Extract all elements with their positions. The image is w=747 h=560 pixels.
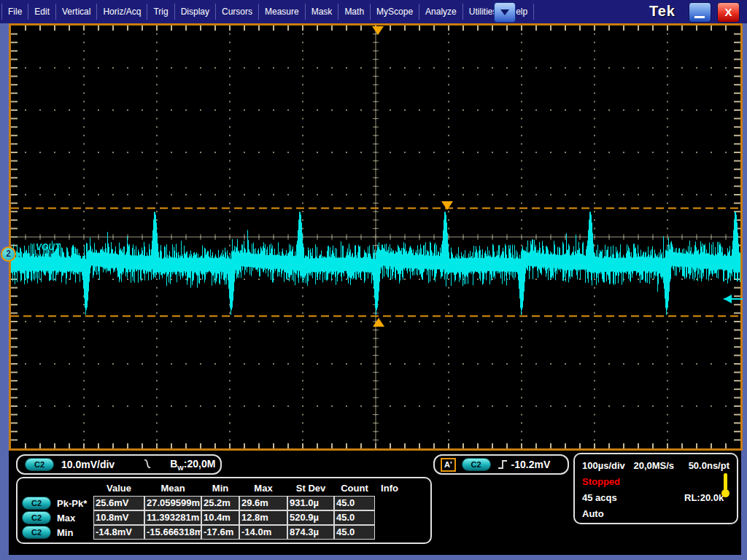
measurement-cell: 11.393281m <box>144 510 201 525</box>
measurement-cell: 874.3µ <box>287 525 334 540</box>
measurement-cell: 25.2m <box>201 496 239 510</box>
table-header-blank <box>22 481 93 496</box>
graticule-canvas <box>11 26 740 448</box>
temperature-icon <box>721 473 729 498</box>
menu-item-measure[interactable]: Measure <box>259 4 306 20</box>
max-annotation-marker <box>441 201 453 210</box>
menu-item-vertical[interactable]: Vertical <box>56 4 97 20</box>
coupling-squiggle-icon <box>142 458 152 471</box>
trigger-readout[interactable]: A' C2 -10.2mV <box>433 454 569 475</box>
measurement-cell <box>375 496 404 510</box>
acquisition-readout[interactable]: 100µs/div 20,0MS/s 50.0ns/pt Stopped 45 … <box>573 453 738 524</box>
arrow-left-icon <box>724 295 732 303</box>
menu-item-mask[interactable]: Mask <box>306 4 339 20</box>
acquisition-count: 45 acqs <box>582 492 617 503</box>
table-header-min: Min <box>201 481 239 496</box>
measurement-row-label: C2Pk-Pk* <box>22 496 93 510</box>
timebase: 100µs/div <box>582 460 625 471</box>
measurement-cell <box>375 525 404 540</box>
menu-items: FileEditVerticalHoriz/AcqTrigDisplayCurs… <box>1 0 534 23</box>
measurement-cell: 12.8m <box>239 510 287 525</box>
trigger-a-badge: A' <box>441 458 456 472</box>
trigger-position-marker[interactable] <box>372 26 384 35</box>
rising-edge-icon <box>497 459 508 470</box>
measurement-name: Max <box>57 513 75 524</box>
measurement-row-label: C2Min <box>22 525 93 540</box>
measurement-table: ValueMeanMinMaxSt DevCountInfoC2Pk-Pk*25… <box>16 477 432 544</box>
vertical-scale: 10.0mV/div <box>61 459 115 470</box>
measurement-cell: 10.4m <box>201 510 239 525</box>
table-header-mean: Mean <box>144 481 201 496</box>
table-header-value: Value <box>93 481 144 496</box>
table-header-max: Max <box>239 481 287 496</box>
bandwidth-readout: BW:20,0M <box>170 458 215 472</box>
measurement-cell: 520.9µ <box>287 510 334 525</box>
menu-bar: FileEditVerticalHoriz/AcqTrigDisplayCurs… <box>0 0 747 23</box>
sample-rate: 20,0MS/s <box>633 460 674 471</box>
tek-logo: Tek <box>649 3 676 20</box>
measurement-cell: -17.6m <box>201 525 239 540</box>
menu-item-file[interactable]: File <box>1 4 28 20</box>
trigger-level-value: -10.2mV <box>511 459 551 470</box>
oscilloscope-screen: FileEditVerticalHoriz/AcqTrigDisplayCurs… <box>0 0 747 560</box>
trigger-level-arrow[interactable] <box>724 295 743 303</box>
measurement-name: Pk-Pk* <box>57 498 87 509</box>
channel-source-badge[interactable]: C2 <box>25 458 54 471</box>
waveform-display[interactable]: VOUT <box>9 23 743 451</box>
measurement-cell: 25.6mV <box>93 496 144 510</box>
measurement-cell: -14.0m <box>239 525 287 540</box>
waveform-label: VOUT <box>36 242 60 252</box>
acquisition-state: Stopped <box>582 476 729 487</box>
measurement-cell <box>375 510 404 525</box>
channel-readout[interactable]: C2 10.0mV/div BW:20,0M <box>16 454 222 475</box>
measurement-source-badge[interactable]: C2 <box>22 511 51 524</box>
trigger-mode: Auto <box>582 508 729 519</box>
measurement-row-label: C2Max <box>22 510 93 525</box>
menu-item-cursors[interactable]: Cursors <box>216 4 259 20</box>
measurement-source-badge[interactable]: C2 <box>22 497 51 510</box>
menu-item-math[interactable]: Math <box>338 4 371 20</box>
measurement-cell: 931.0µ <box>287 496 334 510</box>
measurement-cell: 45.0 <box>334 510 375 525</box>
channel-2-badge[interactable]: 2 <box>1 246 16 262</box>
measurement-cell: 27.059599m <box>144 496 201 510</box>
minimize-button[interactable] <box>689 2 711 23</box>
measurement-source-badge[interactable]: C2 <box>22 526 51 539</box>
menu-dropdown-button[interactable] <box>494 2 516 23</box>
menu-item-myscope[interactable]: MyScope <box>371 4 419 20</box>
chevron-down-icon <box>500 9 509 15</box>
measurement-cell: 10.8mV <box>93 510 144 525</box>
minimize-icon <box>694 16 705 18</box>
trigger-source-badge[interactable]: C2 <box>462 458 491 471</box>
table-header-stdev: St Dev <box>287 481 334 496</box>
point-resolution: 50.0ns/pt <box>689 460 729 471</box>
menu-item-trig[interactable]: Trig <box>147 4 174 20</box>
measurement-cell: -15.666318m <box>144 525 201 540</box>
menu-item-edit[interactable]: Edit <box>28 4 56 20</box>
record-length: RL:20.0k <box>684 492 724 503</box>
min-annotation-marker <box>373 318 384 327</box>
menu-item-horizacq[interactable]: Horiz/Acq <box>97 4 147 20</box>
table-header-info: Info <box>375 481 404 496</box>
table-header-count: Count <box>334 481 375 496</box>
measurement-name: Min <box>57 527 73 538</box>
menu-item-display[interactable]: Display <box>175 4 216 20</box>
measurement-grid: ValueMeanMinMaxSt DevCountInfoC2Pk-Pk*25… <box>22 481 404 540</box>
measurement-cell: 45.0 <box>334 496 375 510</box>
channel-reference-arrow-icon <box>16 251 22 258</box>
measurement-cell: 45.0 <box>334 525 375 540</box>
measurement-cell: -14.8mV <box>93 525 144 540</box>
menu-item-analyze[interactable]: Analyze <box>419 4 463 20</box>
measurement-cell: 29.6m <box>239 496 287 510</box>
close-button[interactable]: X <box>717 2 740 23</box>
